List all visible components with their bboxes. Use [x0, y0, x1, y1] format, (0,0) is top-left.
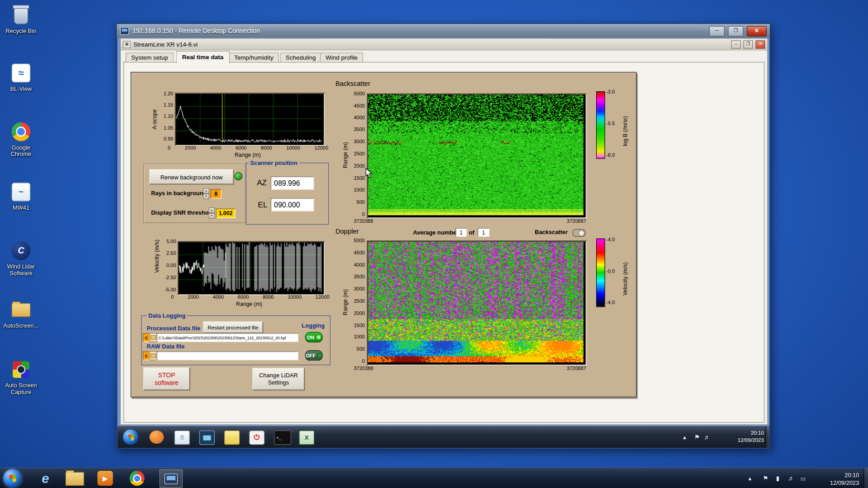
app-titlebar[interactable]: ▣ StreamLine XR v14-6.vi ─ ❐ ✕	[121, 39, 767, 51]
tray-volume-icon[interactable]: ♬	[788, 474, 794, 482]
media-player-icon[interactable]: ▶	[98, 471, 113, 486]
raw-browse-folder-icon[interactable]	[150, 352, 157, 361]
ascope-canvas	[176, 94, 321, 143]
raw-path-field[interactable]	[157, 352, 298, 361]
stop-software-button[interactable]: STOP software	[143, 367, 190, 390]
backscatter-x-end: 3720887	[567, 219, 586, 224]
tick-label: 2000	[354, 310, 365, 316]
tab-scheduling[interactable]: Scheduling	[280, 52, 321, 62]
processed-logging-on-toggle[interactable]: ON	[305, 332, 323, 343]
scanner-position-panel	[246, 163, 329, 225]
tick-label: -0.0	[606, 268, 615, 274]
tab-wind-profile[interactable]: Wind profile	[320, 52, 363, 62]
remote-spreadsheet-icon[interactable]: X	[299, 431, 314, 445]
snr-value[interactable]: 1.002	[216, 209, 236, 218]
desktop-icon-autoscreen-folder[interactable]: AutoScreen...	[3, 299, 38, 328]
start-button[interactable]	[3, 469, 21, 487]
desktop-icon-auto-screen-capture[interactable]: Auto Screen Capture	[3, 358, 38, 395]
rdp-taskbar-icon[interactable]	[160, 469, 183, 488]
remote-desktop: ▣ StreamLine XR v14-6.vi ─ ❐ ✕ System se…	[118, 38, 769, 448]
velocity-xlabel: Range (m)	[178, 301, 321, 307]
rdp-titlebar[interactable]: 192.168.0.150 - Remote Desktop Connectio…	[117, 24, 770, 38]
tick-label: 1.15	[164, 102, 173, 108]
remote-tray-flag-icon[interactable]: ⚑	[694, 433, 700, 441]
background-controls-panel: Renew background now Rays in background …	[143, 164, 246, 223]
change-lidar-settings-button[interactable]: Change LiDAR Settings	[252, 368, 304, 390]
restart-processed-file-button[interactable]: Restart processed file	[203, 321, 263, 333]
show-desktop-button[interactable]	[863, 468, 868, 488]
backscatter-canvas	[368, 94, 583, 215]
remote-show-desktop-button[interactable]	[765, 426, 769, 448]
ascope-xlabel: Range (m)	[175, 152, 321, 158]
on-led	[316, 335, 321, 340]
hidden-icons-chevron[interactable]: ▴	[749, 474, 752, 482]
close-button[interactable]: ✕	[747, 26, 767, 36]
processed-drive-selector[interactable]: C	[143, 333, 150, 342]
processed-path-field[interactable]: C:\LidarA\Data\Proc\2023\202309\20230912…	[157, 333, 298, 342]
backscatter-toggle[interactable]	[572, 229, 585, 237]
desktop-icon-label: Recycle Bin	[3, 28, 38, 34]
desktop-icon-google-chrome[interactable]: Google Chrome	[3, 121, 38, 157]
app-close-button[interactable]: ✕	[755, 40, 765, 48]
average-number-value[interactable]: 1	[456, 228, 467, 237]
remote-network-monitor-icon[interactable]	[199, 431, 215, 445]
az-value[interactable]: 089.996	[271, 177, 314, 190]
tray-network-icon[interactable]: ⚏	[801, 474, 806, 482]
remote-start-button[interactable]	[123, 429, 138, 445]
ie-icon[interactable]: e	[34, 470, 57, 487]
tab-real-time-data[interactable]: Real time data	[176, 51, 229, 64]
tick-label: 1500	[354, 175, 365, 181]
remote-hidden-icons-chevron[interactable]: ▴	[683, 433, 686, 441]
clock[interactable]: 20:10 12/09/2023	[819, 471, 859, 486]
rdp-monitor-icon	[165, 474, 178, 484]
of-label: of	[469, 229, 474, 236]
remote-sticky-notes-icon[interactable]	[224, 431, 240, 445]
chrome-icon[interactable]	[130, 471, 145, 486]
rays-value[interactable]: 8	[210, 189, 221, 199]
desktop-icon-recycle-bin[interactable]: Recycle Bin	[3, 5, 38, 34]
scanner-position-title: Scanner position	[249, 160, 299, 166]
tick-label: 2.50	[166, 251, 176, 256]
clock-date: 12/09/2023	[819, 479, 859, 486]
change-label-2: Settings	[268, 379, 289, 386]
app-restore-button[interactable]: ❐	[743, 40, 753, 48]
remote-browser-icon[interactable]	[150, 431, 164, 444]
remote-terminal-icon[interactable]: >_	[274, 431, 291, 445]
tab-system-setup[interactable]: System setup	[126, 52, 174, 62]
raw-logging-off-toggle[interactable]: OFF	[305, 350, 323, 361]
renew-background-button[interactable]: Renew background now	[150, 169, 234, 184]
el-label: EL	[258, 200, 268, 209]
desktop-icon-mw41[interactable]: ~ MW41	[3, 181, 38, 211]
rays-spinner[interactable]: ▲▼	[203, 188, 209, 199]
tick-label: 1.10	[164, 113, 173, 119]
rdp-window-title: 192.168.0.150 - Remote Desktop Connectio…	[132, 28, 706, 34]
tray-devices-icon[interactable]: ▮	[776, 474, 779, 482]
average-total-value[interactable]: 1	[478, 228, 490, 237]
change-label-1: Change LiDAR	[259, 372, 298, 379]
app-minimize-button[interactable]: ─	[731, 40, 741, 48]
maximize-button[interactable]: ❐	[728, 26, 743, 36]
lidar-panel: A-scope 1.201.151.101.050.99 02000400060…	[131, 72, 637, 397]
explorer-icon[interactable]	[65, 472, 84, 486]
remote-notepad-icon[interactable]: ☰	[175, 431, 190, 445]
remote-tray-volume-icon[interactable]: ♬	[704, 433, 710, 441]
el-value[interactable]: 090.000	[271, 198, 314, 211]
processed-browse-folder-icon[interactable]	[150, 333, 157, 342]
off-label: OFF	[306, 353, 316, 358]
tick-label: 4500	[354, 103, 365, 108]
tab-temp-humidity[interactable]: Temp/humidity	[229, 52, 279, 62]
minimize-button[interactable]: ─	[709, 26, 725, 36]
raw-drive-selector[interactable]: C	[143, 352, 150, 361]
tick-label: 10000	[286, 145, 300, 150]
off-led	[317, 353, 322, 358]
tick-label: 2000	[188, 294, 199, 300]
tick-label: 4500	[354, 250, 365, 255]
remote-clock[interactable]: 20:10 12/09/2023	[726, 429, 764, 444]
doppler-xrange: 3720388 3720887	[354, 366, 586, 371]
remote-power-button-icon[interactable]: ⏻	[249, 431, 264, 445]
desktop-icon-bl-view[interactable]: ≈ BL-View	[3, 62, 38, 92]
snr-spinner[interactable]: ▲▼	[209, 207, 215, 218]
doppler-colorbar	[596, 239, 605, 307]
tray-flag-icon[interactable]: ⚑	[763, 474, 768, 482]
desktop-icon-wind-lidar[interactable]: C Wind Lidar Software	[3, 239, 38, 276]
